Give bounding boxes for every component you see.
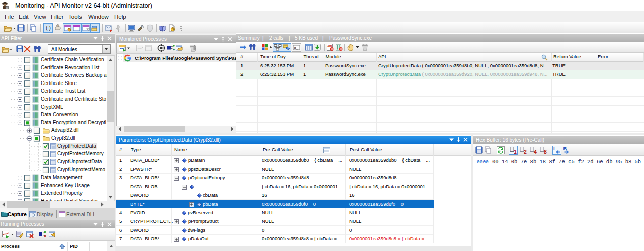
svg-text:B: B <box>564 146 567 151</box>
svg-text:#_: #_ <box>294 46 299 50</box>
svg-text:L: L <box>553 146 556 151</box>
svg-text:1: 1 <box>514 149 517 155</box>
svg-text:?: ? <box>172 28 174 31</box>
svg-text:2: 2 <box>524 149 527 155</box>
svg-text:(): () <box>45 26 51 31</box>
svg-text:8: 8 <box>544 149 547 155</box>
svg-text:4: 4 <box>534 149 537 155</box>
